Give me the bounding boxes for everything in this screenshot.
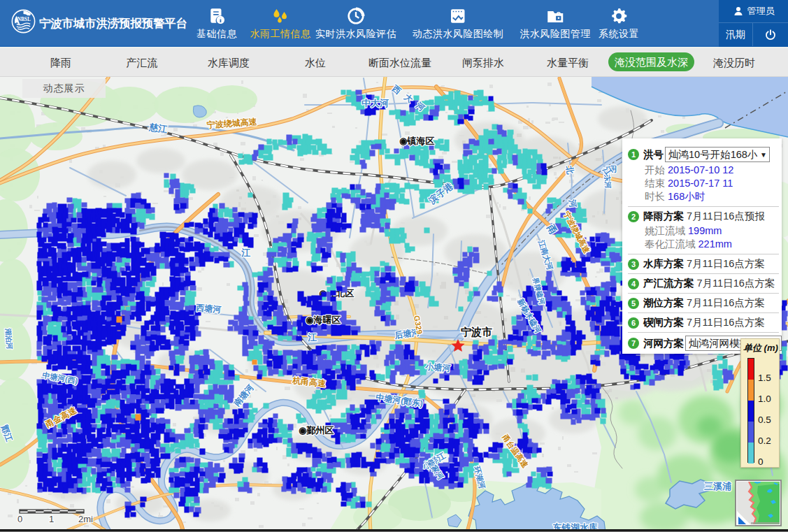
svg-text:◉镇海区: ◉镇海区	[399, 136, 434, 146]
svg-text:2mi: 2mi	[78, 514, 93, 524]
svg-text:0: 0	[17, 514, 22, 524]
svg-text:中大河: 中大河	[361, 98, 389, 108]
svg-text:宁波市: 宁波市	[461, 326, 492, 338]
svg-text:1: 1	[49, 514, 54, 524]
svg-text:◉海曙区: ◉海曙区	[306, 315, 341, 325]
svg-text:江: 江	[308, 332, 317, 343]
svg-text:河: 河	[567, 199, 578, 208]
svg-text:◉鄞州区: ◉鄞州区	[299, 425, 334, 436]
svg-text:NBSL: NBSL	[17, 17, 31, 22]
svg-text:三溪浦: 三溪浦	[704, 481, 731, 491]
svg-text:江: 江	[241, 247, 251, 258]
